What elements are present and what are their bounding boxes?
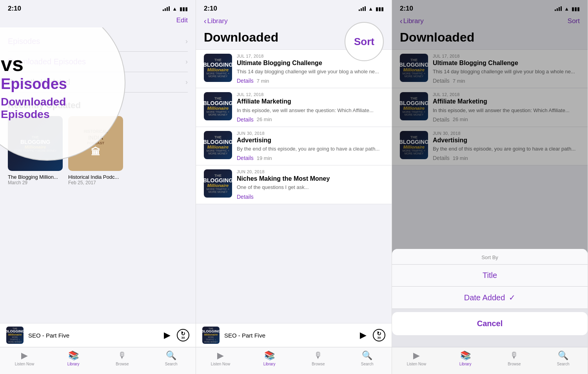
episode-desc-0-2: This 14 day blogging challenge will give… — [237, 68, 384, 75]
now-playing-bar-1[interactable]: THE BLOGGING Millionaire MORE TRAFFIC + … — [0, 323, 196, 347]
tab-library-1[interactable]: 📚 Library — [49, 350, 98, 366]
episode-meta-2-2: Details 19 min — [237, 155, 384, 161]
back-chevron-icon-2: ‹ — [204, 16, 207, 25]
tab-search-1[interactable]: 🔍 Search — [147, 350, 196, 366]
tab-listen-now-label-2: Listen Now — [211, 362, 230, 366]
page-content-1: vs Episodes Downloaded Episodes Episodes… — [0, 27, 196, 323]
sort-check-icon: ✓ — [509, 293, 515, 302]
episode-details-link-0-2[interactable]: Details — [237, 78, 254, 84]
library-label-recent: Recently Updated — [8, 78, 70, 87]
episode-thumb-0-2: THE BLOGGING Millionaire MORE TRAFFIC + … — [204, 54, 232, 82]
sort-title-label: Title — [483, 271, 497, 280]
signal-icon-2 — [359, 6, 366, 11]
tab-library-2[interactable]: 📚 Library — [245, 350, 294, 366]
nav-bar-2: ‹ Library Sort — [196, 14, 392, 29]
tab-library-3[interactable]: 📚 Library — [441, 350, 490, 366]
tab-browse-label-2: Browse — [312, 362, 325, 366]
battery-icon-2: ▮▮▮ — [376, 6, 384, 12]
recently-updated-section: Recently Updated THE BLOGGING Millionair… — [8, 100, 188, 185]
tab-bar-3: ▶ Listen Now 📚 Library 🎙 Browse 🔍 Search — [392, 347, 588, 374]
tab-browse-2[interactable]: 🎙 Browse — [294, 350, 343, 366]
tab-browse-label-3: Browse — [508, 362, 521, 366]
status-bar-1: 2:10 ▲ ▮▮▮ — [0, 0, 196, 14]
episode-info-2-2: JUN 30, 2018 Advertising By the end of t… — [237, 131, 384, 161]
browse-icon-2: 🎙 — [314, 350, 323, 361]
library-item-downloaded[interactable]: Downloaded Episodes › — [8, 52, 188, 72]
episode-desc-3-2: One of the questions I get ask... — [237, 184, 384, 191]
episode-details-link-2-2[interactable]: Details — [237, 155, 254, 161]
episode-item-3-2[interactable]: THE BLOGGING Millionaire MORE TRAFFIC + … — [196, 165, 392, 204]
tab-browse-3[interactable]: 🎙 Browse — [490, 350, 539, 366]
wifi-icon-2: ▲ — [368, 6, 373, 12]
tab-library-label-2: Library — [263, 362, 276, 366]
library-item-recent[interactable]: Recently Updated › — [8, 72, 188, 93]
sort-sheet-title: Sort By — [392, 249, 588, 265]
listen-now-icon-2: ▶ — [217, 350, 224, 361]
play-button-1[interactable]: ▶ — [164, 330, 171, 340]
podcast-card-blogging-title: The Blogging Million... — [8, 174, 63, 180]
now-playing-thumb-2: THE BLOGGING Millionaire MORE TRAFFIC + … — [202, 327, 220, 344]
now-playing-controls-2: ▶ ↻30 — [360, 329, 385, 341]
episode-item-2-2[interactable]: THE BLOGGING Millionaire MORE TRAFFIC + … — [196, 127, 392, 165]
sort-circle-button[interactable]: Sort — [345, 22, 384, 61]
episode-details-link-1-2[interactable]: Details — [237, 116, 254, 123]
episode-list-2: THE BLOGGING Millionaire MORE TRAFFIC + … — [196, 49, 392, 323]
tab-listen-now-1[interactable]: ▶ Listen Now — [0, 350, 49, 366]
podcast-card-blogging[interactable]: THE BLOGGING Millionaire MORE TRAFFIC + … — [8, 116, 63, 185]
library-item-episodes[interactable]: Episodes › — [8, 31, 188, 52]
episode-meta-1-2: Details 26 min — [237, 116, 384, 123]
now-playing-thumb-1: THE BLOGGING Millionaire MORE TRAFFIC + … — [6, 327, 24, 344]
sort-option-title[interactable]: Title — [392, 265, 588, 287]
back-library-button-2[interactable]: ‹ Library — [204, 16, 228, 25]
library-label-episodes: Episodes — [8, 37, 40, 46]
tab-search-label-2: Search — [361, 362, 374, 366]
sort-cancel-button[interactable]: Cancel — [392, 312, 588, 335]
search-icon-2: 🔍 — [362, 350, 372, 361]
wifi-icon-1: ▲ — [172, 6, 177, 12]
sort-date-added-label: Date Added — [464, 293, 505, 302]
tab-search-3[interactable]: 🔍 Search — [539, 350, 588, 366]
signal-icon-1 — [163, 6, 170, 11]
tab-search-2[interactable]: 🔍 Search — [343, 350, 392, 366]
play-button-2[interactable]: ▶ — [360, 330, 367, 340]
now-playing-title-2: SEO - Part Five — [224, 332, 355, 339]
now-playing-title-1: SEO - Part Five — [28, 332, 159, 339]
tab-listen-now-label-1: Listen Now — [15, 362, 34, 366]
search-icon-3: 🔍 — [558, 350, 568, 361]
tab-library-label-1: Library — [67, 362, 80, 366]
podcast-card-india-title: Historical India Podc... — [68, 174, 123, 180]
library-label-downloaded: Downloaded Episodes — [8, 57, 86, 66]
episode-thumb-1-2: THE BLOGGING Millionaire MORE TRAFFIC + … — [204, 92, 232, 120]
now-playing-controls-1: ▶ ↻30 — [164, 329, 189, 341]
skip-button-1[interactable]: ↻30 — [177, 329, 189, 341]
chevron-downloaded-icon: › — [185, 58, 188, 66]
search-icon-1: 🔍 — [166, 350, 176, 361]
tab-listen-now-2[interactable]: ▶ Listen Now — [196, 350, 245, 366]
episode-duration-1-2: 26 min — [257, 116, 272, 122]
episode-duration-0-2: 7 min — [257, 78, 269, 84]
episode-desc-1-2: In this episode, we will answer the ques… — [237, 107, 384, 114]
status-icons-1: ▲ ▮▮▮ — [163, 6, 188, 12]
chevron-recent-icon: › — [185, 78, 188, 86]
now-playing-bar-2[interactable]: THE BLOGGING Millionaire MORE TRAFFIC + … — [196, 323, 392, 347]
tab-search-label-1: Search — [165, 362, 178, 366]
podcast-card-india[interactable]: HISTORICAL INDIA PODCAST 🏛 Historical In… — [68, 116, 123, 185]
edit-button[interactable]: Edit — [176, 16, 188, 24]
recently-updated-title: Recently Updated — [8, 100, 188, 111]
panel-downloaded: 2:10 ▲ ▮▮▮ ‹ Library Sort Downloaded THE — [196, 0, 392, 374]
skip-button-2[interactable]: ↻30 — [373, 329, 385, 341]
tab-listen-now-3[interactable]: ▶ Listen Now — [392, 350, 441, 366]
tab-browse-1[interactable]: 🎙 Browse — [98, 350, 147, 366]
episode-desc-2-2: By the end of this episode, you are goin… — [237, 145, 384, 153]
sort-circle-label: Sort — [354, 36, 374, 48]
listen-now-icon-3: ▶ — [413, 350, 420, 361]
tab-browse-label-1: Browse — [116, 362, 129, 366]
sort-option-date-added[interactable]: Date Added ✓ — [392, 287, 588, 309]
episode-duration-2-2: 19 min — [257, 155, 272, 161]
tab-bar-2: ▶ Listen Now 📚 Library 🎙 Browse 🔍 Search — [196, 347, 392, 374]
episode-details-link-3-2[interactable]: Details — [237, 194, 254, 200]
podcast-card-blogging-date: March 29 — [8, 180, 63, 185]
episode-item-1-2[interactable]: THE BLOGGING Millionaire MORE TRAFFIC + … — [196, 88, 392, 127]
library-icon-3: 📚 — [460, 350, 471, 361]
podcast-thumb-blogging: THE BLOGGING Millionaire MORE TRAFFIC + … — [8, 116, 63, 171]
